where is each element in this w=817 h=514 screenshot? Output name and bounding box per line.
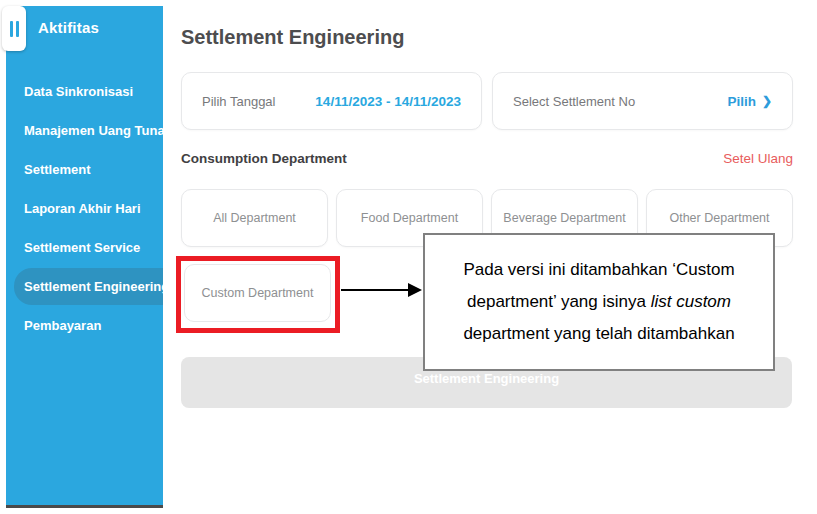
annotation-arrow-head-icon (408, 283, 422, 297)
section-header-row: Consumption Department Setel Ulang (181, 151, 793, 166)
sidebar-item-settlement-service[interactable]: Settlement Service (6, 228, 163, 267)
sidebar-item-settlement-engineering[interactable]: Settlement Engineering (14, 268, 163, 305)
custom-department-button[interactable]: Custom Department (184, 264, 331, 322)
chevron-right-icon: ❯ (762, 94, 772, 108)
sidebar-item-laporan-akhir-hari[interactable]: Laporan Akhir Hari (6, 189, 163, 228)
settlement-no-selector[interactable]: Select Settlement No Pilih ❯ (492, 72, 793, 130)
pilih-link-label: Pilih (727, 94, 756, 109)
date-range-value: 14/11/2023 - 14/11/2023 (315, 94, 461, 109)
sidebar-item-data-sinkronisasi[interactable]: Data Sinkronisasi (6, 72, 163, 111)
settlement-selector-label: Select Settlement No (513, 94, 635, 109)
app-window: Aktifitas Data Sinkronisasi Manajemen Ua… (0, 0, 817, 514)
sidebar-nav: Data Sinkronisasi Manajemen Uang Tunai S… (6, 72, 163, 345)
date-range-picker[interactable]: Pilih Tanggal 14/11/2023 - 14/11/2023 (181, 72, 482, 130)
sidebar-bottom-edge (6, 505, 163, 508)
annotation-arrow-line (341, 289, 411, 291)
sidebar-item-settlement[interactable]: Settlement (6, 150, 163, 189)
all-department-button[interactable]: All Department (181, 189, 328, 247)
annotation-note: Pada versi ini ditambahkan ‘Custom depar… (423, 233, 775, 371)
date-picker-label: Pilih Tanggal (202, 94, 275, 109)
sidebar: Aktifitas Data Sinkronisasi Manajemen Ua… (6, 6, 163, 505)
sidebar-item-pembayaran[interactable]: Pembayaran (6, 306, 163, 345)
disabled-button-label: Settlement Engineering (414, 371, 559, 386)
pause-icon (10, 21, 19, 37)
annotation-text: Pada versi ini ditambahkan ‘Custom depar… (439, 254, 759, 350)
filter-row: Pilih Tanggal 14/11/2023 - 14/11/2023 Se… (181, 72, 793, 130)
pilih-link[interactable]: Pilih ❯ (727, 94, 772, 109)
sidebar-item-manajemen-uang-tunai[interactable]: Manajemen Uang Tunai (6, 111, 163, 150)
section-label: Consumption Department (181, 151, 347, 166)
sidebar-title: Aktifitas (38, 19, 99, 36)
annotation-italic-text: list custom (651, 292, 731, 311)
page-title: Settlement Engineering (181, 26, 404, 49)
sidebar-toggle-button[interactable] (2, 6, 26, 51)
reset-link[interactable]: Setel Ulang (723, 151, 793, 166)
